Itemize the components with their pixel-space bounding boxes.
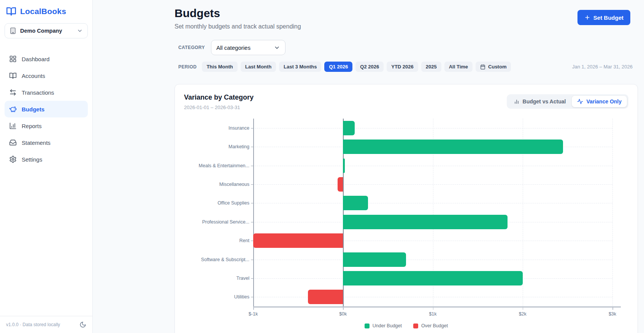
x-axis-tick-label: $2k [509,311,536,317]
sidebar-item-label: Statements [22,140,51,146]
activity-icon [577,98,583,105]
x-axis-line [253,306,621,308]
category-select[interactable]: All categories [211,40,286,55]
bar-chart-icon [514,98,520,105]
version-note: v1.0.0 · Data stored locally [6,322,60,327]
sidebar-item-label: Transactions [22,89,54,96]
category-label: Office Supplies [184,200,249,206]
variance-bar-positive[interactable] [343,159,345,173]
chart-mode-toggle: Budget vs Actual Variance Only [507,94,628,109]
category-label: Marketing [184,144,249,149]
variance-bar-positive[interactable] [343,121,355,135]
legend-swatch [413,323,418,328]
period-pill-q1-2026[interactable]: Q1 2026 [324,62,352,72]
period-filter-label: PERIOD [178,64,197,70]
x-axis-tick-label: $-1k [240,311,266,317]
category-label: Rent [184,238,249,243]
sidebar-item-reports[interactable]: Reports [5,117,88,134]
sidebar-item-label: Accounts [22,73,45,79]
page-subtitle: Set monthly budgets and track actual spe… [174,23,301,30]
settings-icon [9,155,17,163]
x-axis-tick-label: $0k [330,311,356,317]
sidebar-item-settings[interactable]: Settings [5,151,88,168]
category-label: Miscellaneous [184,182,249,187]
sidebar-item-dashboard[interactable]: Dashboard [5,51,88,67]
category-label: Travel [184,276,249,281]
moon-icon[interactable] [79,321,86,328]
chart-legend: Under BudgetOver Budget [184,323,628,328]
main-content: Budgets Set monthly budgets and track ac… [93,0,644,333]
category-label: Meals & Entertainmen... [184,163,249,168]
plus-icon [584,14,590,21]
value-gridline [612,119,613,306]
accounts-icon [9,72,17,79]
category-select-value: All categories [216,44,251,51]
period-pill-ytd-2026[interactable]: YTD 2026 [387,62,418,72]
statements-icon [9,139,17,146]
variance-card: Variance by Category 2026-01-01 – 2026-0… [174,84,638,333]
period-pill-custom[interactable]: Custom [476,62,511,72]
variance-bar-positive[interactable] [343,215,507,229]
sidebar-item-label: Budgets [22,106,44,113]
period-pill-this-month[interactable]: This Month [202,62,237,72]
category-label: Professional Service... [184,219,249,225]
x-axis-tick [433,308,434,310]
legend-label: Under Budget [373,323,402,328]
legend-swatch [365,323,370,328]
app-logo: LocalBooks [0,0,92,19]
variance-bar-negative[interactable] [308,290,343,304]
variance-bar-negative[interactable] [253,233,343,248]
variance-bar-positive[interactable] [343,196,368,210]
legend-item[interactable]: Over Budget [413,323,448,328]
variance-bar-positive[interactable] [343,140,563,154]
date-range: Jan 1, 2026 – Mar 31, 2026 [572,64,633,70]
sidebar-item-label: Reports [22,123,42,129]
chevron-down-icon [77,28,83,34]
chart-title: Variance by Category [184,94,254,101]
period-pill-all-time[interactable]: All Time [444,62,473,72]
dashboard-icon [9,55,17,63]
toggle-variance-only[interactable]: Variance Only [572,96,627,107]
filters: CATEGORY All categories PERIOD This Mont… [174,40,638,72]
variance-bar-negative[interactable] [338,177,343,192]
reports-icon [9,122,17,130]
period-pill-q2-2026[interactable]: Q2 2026 [355,62,384,72]
building-icon [10,27,16,34]
sidebar-item-label: Dashboard [22,56,49,62]
sidebar-item-label: Settings [22,156,42,163]
legend-label: Over Budget [421,323,448,328]
x-axis-tick-label: $3k [599,311,626,317]
toggle-label: Variance Only [586,98,622,105]
category-label: Insurance [184,125,249,131]
variance-chart: InsuranceMarketingMeals & Entertainmen..… [184,113,628,333]
sidebar-item-statements[interactable]: Statements [5,134,88,151]
variance-bar-positive[interactable] [343,252,406,267]
x-axis-tick [253,308,254,310]
legend-item[interactable]: Under Budget [365,323,402,328]
sidebar: LocalBooks Demo Company Dashboard Accoun… [0,0,93,333]
variance-card-header: Variance by Category 2026-01-01 – 2026-0… [184,94,628,110]
category-label: Software & Subscript... [184,257,249,262]
calendar-icon [480,64,485,70]
period-pill-2025[interactable]: 2025 [421,62,441,72]
chart-date-range: 2026-01-01 – 2026-03-31 [184,105,254,110]
period-pill-custom-label: Custom [488,64,506,70]
sidebar-footer: v1.0.0 · Data stored locally [0,316,92,333]
sidebar-item-accounts[interactable]: Accounts [5,67,88,84]
sidebar-item-budgets[interactable]: Budgets [5,101,88,117]
x-axis-tick [343,308,344,310]
page-title: Budgets [174,7,301,20]
app-name: LocalBooks [20,7,66,16]
period-pill-last-3-months[interactable]: Last 3 Months [279,62,321,72]
variance-bar-positive[interactable] [343,271,523,285]
budgets-icon [9,105,17,113]
category-axis-line [253,119,254,306]
set-budget-button[interactable]: Set Budget [577,10,630,25]
company-selector[interactable]: Demo Company [5,23,88,38]
sidebar-nav: Dashboard Accounts Transactions Budgets … [0,51,92,168]
toggle-budget-vs-actual[interactable]: Budget vs Actual [508,96,571,107]
x-axis-tick-label: $1k [420,311,446,317]
x-axis-tick [612,308,613,310]
period-pill-last-month[interactable]: Last Month [241,62,276,72]
sidebar-item-transactions[interactable]: Transactions [5,84,88,101]
